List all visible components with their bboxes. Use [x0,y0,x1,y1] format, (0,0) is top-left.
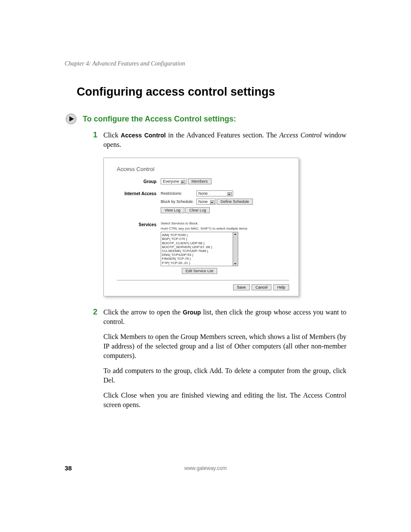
steps-list: 1 Click Access Control in the Advanced F… [93,131,346,149]
paragraph: Click Close when you are finished viewin… [103,391,346,409]
bold-text: Del [103,376,113,384]
paragraph: To add computers to the group, click Add… [103,366,346,385]
access-control-window: Access Control Group Everyone Members In… [103,158,299,296]
step-number: 1 [93,131,103,149]
internet-access-label: Internet Access [117,190,161,196]
restrictions-label: Restrictions: [161,191,195,196]
text: . To delete a computer from the group, c… [221,367,346,374]
text: Click [103,131,121,139]
help-button[interactable]: Help [273,284,289,290]
step-number: 2 [93,308,103,326]
view-log-button[interactable]: View Log [161,207,184,213]
text: Click the arrow to open the [103,308,183,316]
group-select[interactable]: Everyone [161,178,187,184]
define-schedule-button[interactable]: Define Schedule [217,199,253,205]
list-item[interactable]: AIM( TCP:5190 ) [162,233,233,237]
page-footer: 38 www.gateway.com [65,464,346,472]
cancel-button[interactable]: Cancel [252,284,271,290]
services-listbox[interactable]: AIM( TCP:5190 ) BGP( TCP:179 ) BOOTP_CLI… [161,232,238,266]
step-text: Click the arrow to open the Group list, … [103,308,346,326]
save-button[interactable]: Save [233,284,250,290]
bold-text: Close [121,392,137,399]
group-row: Group Everyone Members [117,178,289,184]
text: in the Advanced Features section. The [166,131,280,139]
scrollbar[interactable] [233,232,238,266]
text: to open the [146,333,181,340]
list-item[interactable]: BOOTP_CLIENT( UDP:68 ) [162,241,233,245]
list-item[interactable]: BOOTP_SERVER( UDP:67..68 ) [162,245,233,249]
block-schedule-select[interactable]: None [196,199,216,205]
step-1: 1 Click Access Control in the Advanced F… [93,131,346,149]
play-icon [65,113,77,124]
bold-text: Add [209,367,221,374]
text: screen opens. [103,401,140,408]
step-text: Click Access Control in the Advanced Fea… [103,131,346,149]
list-item[interactable]: CU-SEEME( TCP/UDP:7648 ) [162,249,233,253]
text: when you are finished viewing and editin… [137,392,303,399]
bold-text: Access Control [121,132,165,139]
window-footer: Save Cancel Help [117,280,289,291]
edit-service-list-button[interactable]: Edit Service List [182,268,218,274]
paragraph: Click Members to open the Group Members … [103,332,346,360]
italic-text: Access Control [279,131,321,139]
italic-text: Group Members [181,333,226,340]
page-title: Configuring access control settings [77,85,346,99]
members-button[interactable]: Members [188,178,212,184]
internet-access-row: Internet Access Restrictions: None Block… [117,190,289,215]
task-heading: To configure the Access Control settings… [65,113,346,124]
block-schedule-label: Block by Schedule: [161,199,195,204]
text: . [113,376,115,384]
group-label: Group [117,178,161,184]
list-item[interactable]: FINGER( TCP:79 ) [162,257,233,261]
italic-text: Access Control [303,392,346,399]
list-item[interactable]: BGP( TCP:179 ) [162,237,233,241]
services-hint: Select Services to Block. [161,221,289,225]
services-hint-2: Hold CTRL key (on MAC, SHIFT) to select … [161,227,289,230]
page: Chapter 4: Advanced Features and Configu… [0,0,411,532]
clear-log-button[interactable]: Clear Log [185,207,210,213]
chapter-header: Chapter 4: Advanced Features and Configu… [65,60,346,67]
step-2: 2 Click the arrow to open the Group list… [93,308,346,326]
text: Click [103,333,120,340]
bold-text: Members [120,333,146,340]
text: Click [103,392,121,399]
text: To add computers to the group, click [103,367,209,374]
footer-url: www.gateway.com [65,465,346,471]
window-title: Access Control [117,166,289,172]
steps-list-2: 2 Click the arrow to open the Group list… [93,308,346,326]
restrictions-select[interactable]: None [196,190,233,196]
list-item[interactable]: DNS( TCP/UDP:53 ) [162,253,233,257]
task-title: To configure the Access Control settings… [83,115,236,124]
services-label: Services [117,221,161,227]
bold-text: Group [183,309,201,316]
list-item[interactable]: FTP( TCP:20..21 ) [162,261,233,265]
services-row: Services Select Services to Block. Hold … [117,221,289,274]
screenshot-figure: Access Control Group Everyone Members In… [103,158,346,296]
